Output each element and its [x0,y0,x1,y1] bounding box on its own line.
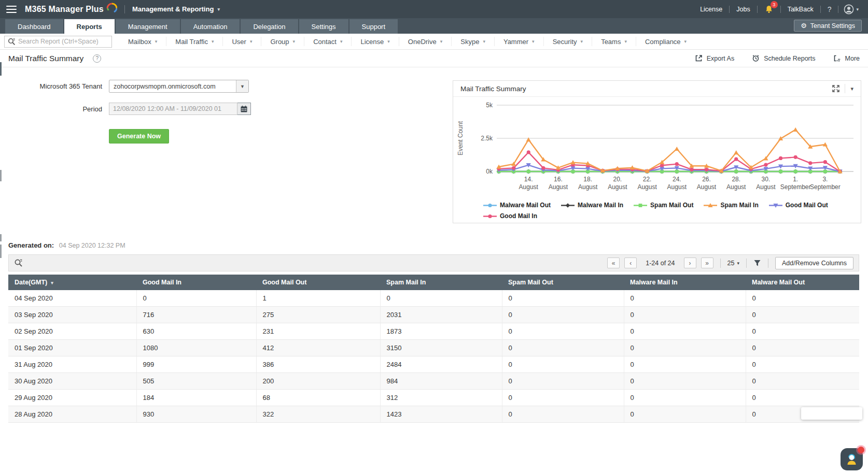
tab-automation[interactable]: Automation [181,19,240,34]
account-menu[interactable]: ▾ [838,4,862,15]
export-as-button[interactable]: Export As [695,54,735,62]
table-cell: 03 Sep 2020 [8,307,136,323]
column-header-date-gmt[interactable]: Date(GMT)▾ [8,275,136,290]
tab-support[interactable]: Support [349,19,398,34]
more-button[interactable]: More [833,54,860,62]
svg-text:3.: 3. [822,176,828,183]
left-scroll-indicator[interactable] [0,234,2,241]
last-page-button[interactable]: » [701,257,713,268]
table-row[interactable]: 29 Aug 202018468312000 [8,390,859,406]
svg-text:August: August [578,183,598,191]
horizontal-scroll-thumb[interactable] [801,407,862,420]
table-row[interactable]: 02 Sep 20206302311873000 [8,323,859,340]
sort-caret-icon[interactable]: ▾ [51,280,53,285]
table-cell: 29 Aug 2020 [8,390,136,406]
reportnav-menu-mailbox[interactable]: Mailbox▾ [119,37,166,46]
legend-item-good-mail-in[interactable]: Good Mail In [483,212,537,220]
reportnav-menu-yammer[interactable]: Yammer▾ [494,37,543,46]
talkback-link[interactable]: TalkBack [781,6,820,13]
legend-label: Malware Mail In [578,202,623,209]
context-label: Management & Reporting [132,5,214,13]
column-header-spam-mail-out[interactable]: Spam Mail Out [502,275,624,290]
column-header-spam-mail-in[interactable]: Spam Mail In [380,275,502,290]
jobs-link[interactable]: Jobs [730,6,757,13]
tab-settings[interactable]: Settings [299,19,348,34]
page-size-select[interactable]: 25 ▾ [727,260,739,267]
period-input[interactable] [109,103,237,115]
tab-delegation[interactable]: Delegation [241,19,298,34]
filter-funnel-icon[interactable] [753,259,761,267]
legend-marker-icon [704,203,717,208]
notifications-bell-icon[interactable]: 3 [758,5,780,13]
table-row[interactable]: 04 Sep 2020010000 [8,290,859,307]
table-cell: 1 [256,290,380,307]
table-row[interactable]: 01 Sep 202010804123150000 [8,340,859,356]
tab-management[interactable]: Management [116,19,180,34]
table-cell: 0 [624,323,746,340]
reportnav-menu-compliance[interactable]: Compliance▾ [636,37,695,46]
tenant-settings-button[interactable]: ⚙ Tenant Settings [794,20,862,32]
reportnav-menu-teams[interactable]: Teams▾ [592,37,636,46]
support-chat-button[interactable] [841,448,863,470]
report-search-box[interactable] [4,36,112,48]
schedule-reports-button[interactable]: Schedule Reports [752,54,815,62]
first-page-button[interactable]: « [607,257,620,268]
menu-label: Mailbox [128,38,151,46]
reportnav-menu-contact[interactable]: Contact▾ [304,37,351,46]
legend-item-malware-mail-out[interactable]: Malware Mail Out [483,202,551,209]
column-header-malware-mail-out[interactable]: Malware Mail Out [746,275,859,290]
tenant-select[interactable]: zohocorpwsmopm.onmicrosoft.com ▼ [109,80,249,93]
reportnav-menu-onedrive[interactable]: OneDrive▾ [399,37,451,46]
reportnav-menu-security[interactable]: Security▾ [543,37,592,46]
table-row[interactable]: 03 Sep 20207162752031000 [8,307,859,323]
chevron-down-icon: ▾ [581,39,583,44]
table-search-icon[interactable] [14,259,23,267]
svg-text:30.: 30. [762,176,771,183]
legend-item-spam-mail-in[interactable]: Spam Mail In [704,202,758,209]
search-report-input[interactable] [18,38,108,45]
tenant-select-value: zohocorpwsmopm.onmicrosoft.com [109,83,236,90]
expand-chart-icon[interactable] [832,85,839,92]
table-row[interactable]: 28 Aug 20209303221423000 [8,406,859,423]
tab-reports[interactable]: Reports [64,19,115,34]
topbar: M365 Manager Plus Management & Reporting… [0,0,868,18]
calendar-button[interactable] [237,103,251,115]
table-row[interactable]: 31 Aug 20209993862484000 [8,356,859,373]
column-header-good-mail-out[interactable]: Good Mail Out [256,275,380,290]
add-remove-columns-button[interactable]: Add/Remove Columns [775,257,853,269]
legend-item-good-mail-out[interactable]: Good Mail Out [769,202,828,209]
chart-panel-header: Mail Traffic Summary ▾ [453,81,861,97]
reportnav-menu-user[interactable]: User▾ [222,37,261,46]
table-cell: 0 [746,356,859,373]
gear-icon: ⚙ [801,22,807,30]
topbar-right: License Jobs 3 TalkBack ? [693,4,862,15]
app-logo[interactable]: M365 Manager Plus [25,5,117,14]
legend-item-spam-mail-out[interactable]: Spam Mail Out [634,202,693,209]
page-help-icon[interactable]: ? [93,54,101,63]
pagination-range: 1-24 of 24 [641,260,679,267]
svg-text:Event Count: Event Count [457,121,464,155]
legend-item-malware-mail-in[interactable]: Malware Mail In [561,202,623,209]
panel-menu-icon[interactable]: ▾ [850,85,853,92]
reportnav-menu-mail-traffic[interactable]: Mail Traffic▾ [166,37,222,46]
left-scroll-indicator[interactable] [0,245,2,258]
table-cell: 184 [136,390,256,406]
more-icon [833,54,841,62]
reportnav-menu-group[interactable]: Group▾ [261,37,304,46]
table-cell: 0 [502,373,624,390]
license-link[interactable]: License [693,6,729,13]
table-cell: 31 Aug 2020 [8,356,136,373]
context-switcher[interactable]: Management & Reporting ▾ [132,5,220,13]
help-icon[interactable]: ? [821,5,838,13]
hamburger-menu-icon[interactable] [6,6,17,13]
reportnav-menu-license[interactable]: License▾ [351,37,398,46]
prev-page-button[interactable]: ‹ [624,257,637,268]
column-header-malware-mail-in[interactable]: Malware Mail In [624,275,746,290]
generate-now-button[interactable]: Generate Now [109,129,169,144]
next-page-button[interactable]: › [684,257,696,268]
left-scroll-indicator[interactable] [0,170,2,181]
column-header-good-mail-in[interactable]: Good Mail In [136,275,256,290]
reportnav-menu-skype[interactable]: Skype▾ [451,37,494,46]
tab-dashboard[interactable]: Dashboard [5,19,63,34]
table-row[interactable]: 30 Aug 2020505200984000 [8,373,859,390]
